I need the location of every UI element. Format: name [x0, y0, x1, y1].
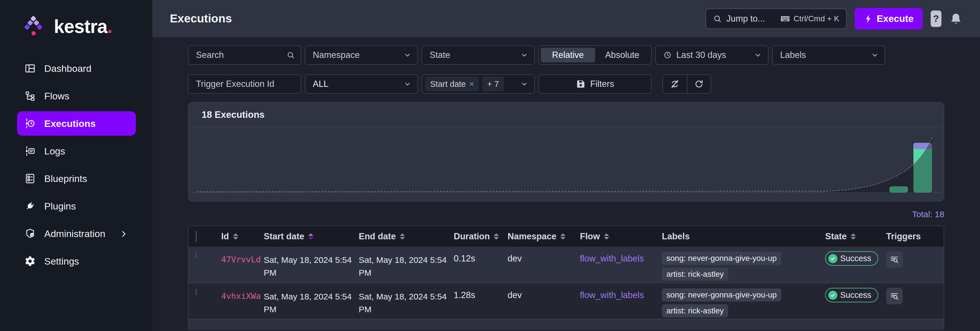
search-icon	[286, 51, 295, 59]
state-label: Success	[840, 254, 872, 263]
kestra-logo[interactable]: kestra.	[0, 0, 152, 38]
header-namespace[interactable]: Namespace	[505, 231, 577, 241]
sidebar-nav: Dashboard Flows Executions Logs	[0, 56, 152, 273]
header-start-date[interactable]: Start date	[261, 231, 356, 241]
state-select[interactable]: State	[422, 45, 535, 65]
trigger-execution-id-field[interactable]	[188, 74, 301, 94]
start-date-cell: Sat, May 18, 2024 5:54 PM	[261, 247, 356, 279]
duration-cell: 1.28s	[451, 283, 505, 301]
shield-account-icon	[24, 228, 36, 239]
select-all-checkbox[interactable]	[196, 231, 197, 242]
header-triggers: Triggers	[883, 231, 944, 241]
refresh-button-group	[662, 74, 711, 94]
sidebar-item-flows[interactable]: Flows	[17, 84, 136, 108]
flow-link[interactable]: flow_with_labels	[580, 254, 644, 264]
scope-select[interactable]: ALL	[305, 74, 418, 94]
header-end-date[interactable]: End date	[356, 231, 451, 241]
chevron-down-icon	[870, 51, 879, 59]
header-flow[interactable]: Flow	[577, 231, 661, 241]
sidebar-item-blueprints[interactable]: Blueprints	[17, 166, 136, 191]
state-cell: Success	[822, 283, 883, 302]
remove-chip-icon[interactable]: ×	[469, 79, 474, 89]
chevron-down-icon	[403, 51, 412, 59]
sidebar-item-label: Logs	[44, 146, 65, 157]
sidebar-item-label: Executions	[44, 118, 95, 129]
text-search-icon	[889, 291, 899, 301]
sidebar-item-administration[interactable]: Administration	[17, 221, 136, 246]
more-chips-count: + 7	[482, 77, 504, 91]
start-date-cell: Sat, May 18, 2024 5:54 PM	[261, 283, 356, 316]
auto-refresh-off-button[interactable]	[663, 75, 687, 93]
chevron-down-icon	[403, 80, 412, 88]
check-circle-icon	[828, 254, 837, 263]
labels-select[interactable]: Labels	[772, 45, 885, 65]
lightning-bolt-icon	[864, 14, 873, 24]
filters-button[interactable]: Filters	[538, 74, 652, 94]
triggers-cell	[883, 283, 944, 304]
sidebar-item-executions[interactable]: Executions	[17, 111, 136, 136]
view-dashboard-icon	[24, 63, 36, 74]
success-status-badge: Success	[825, 251, 878, 266]
trigger-execution-id-input[interactable]	[196, 79, 295, 89]
kestra-logo-icon	[21, 15, 46, 38]
sort-icon	[400, 233, 405, 240]
state-cell: Success	[822, 247, 883, 266]
executions-count-title: 18 Executions	[189, 103, 944, 127]
table-row-partial	[189, 319, 944, 330]
search-input[interactable]	[196, 50, 286, 60]
topbar-actions: Ctrl/Cmd + K Execute ?	[705, 8, 963, 30]
chevron-right-icon	[119, 229, 128, 238]
chevron-down-icon	[754, 51, 762, 59]
sidebar-item-logs[interactable]: Logs	[17, 139, 136, 163]
sidebar: kestra. Dashboard Flows Executions	[0, 0, 152, 331]
auto-refresh-off-icon	[670, 79, 680, 89]
execute-button[interactable]: Execute	[855, 8, 923, 30]
refresh-button[interactable]	[687, 75, 711, 93]
row-checkbox[interactable]	[196, 253, 197, 258]
execution-id-link[interactable]: 47VrvvLd	[210, 247, 261, 264]
namespace-select[interactable]: Namespace	[305, 45, 418, 65]
sidebar-item-label: Blueprints	[44, 173, 87, 184]
sidebar-item-label: Dashboard	[44, 63, 91, 74]
flow-cell: flow_with_labels	[577, 283, 661, 301]
help-icon[interactable]: ?	[931, 11, 942, 27]
sidebar-item-plugins[interactable]: Plugins	[17, 194, 136, 218]
jump-to-input[interactable]	[727, 14, 776, 24]
sidebar-item-dashboard[interactable]: Dashboard	[17, 56, 136, 81]
chevron-down-icon	[520, 80, 528, 88]
app-root: kestra. Dashboard Flows Executions	[0, 0, 980, 331]
sort-icon	[851, 233, 856, 240]
relative-toggle[interactable]: Relative	[541, 48, 595, 62]
view-trigger-button[interactable]	[886, 251, 903, 268]
jump-to-search[interactable]: Ctrl/Cmd + K	[705, 8, 847, 29]
select-all-cell	[189, 231, 210, 241]
absolute-toggle[interactable]: Absolute	[595, 48, 650, 62]
header-state[interactable]: State	[822, 231, 883, 241]
row-checkbox[interactable]	[196, 289, 197, 295]
check-circle-icon	[828, 291, 837, 300]
sort-icon	[604, 233, 609, 240]
start-date-chip: Start date ×	[425, 77, 479, 91]
refresh-icon	[694, 79, 704, 89]
execute-button-label: Execute	[877, 13, 914, 24]
header-id[interactable]: Id	[210, 231, 261, 241]
executions-bar-chart[interactable]	[189, 127, 944, 200]
search-field[interactable]	[188, 45, 301, 65]
sort-icon	[560, 233, 565, 240]
flow-cell: flow_with_labels	[577, 247, 661, 264]
time-mode-toggle: Relative Absolute	[538, 45, 652, 65]
execution-id-link[interactable]: 4vhxiXWa	[210, 283, 261, 301]
flow-link[interactable]: flow_with_labels	[580, 290, 644, 300]
executions-chart-card: 18 Executions	[188, 102, 944, 201]
end-date-cell: Sat, May 18, 2024 5:54 PM	[356, 247, 451, 279]
header-duration[interactable]: Duration	[451, 231, 505, 241]
executions-table: Id Start date End date Duration Namespac…	[188, 225, 944, 330]
view-trigger-button[interactable]	[886, 288, 903, 304]
sidebar-item-settings[interactable]: Settings	[17, 249, 136, 273]
columns-multiselect[interactable]: Start date × + 7	[422, 74, 535, 94]
bell-icon[interactable]	[950, 12, 963, 25]
namespace-cell: dev	[505, 283, 577, 301]
total-count: Total: 18	[188, 209, 944, 219]
date-range-select[interactable]: Last 30 days	[655, 45, 768, 65]
logo-dot	[32, 31, 36, 35]
